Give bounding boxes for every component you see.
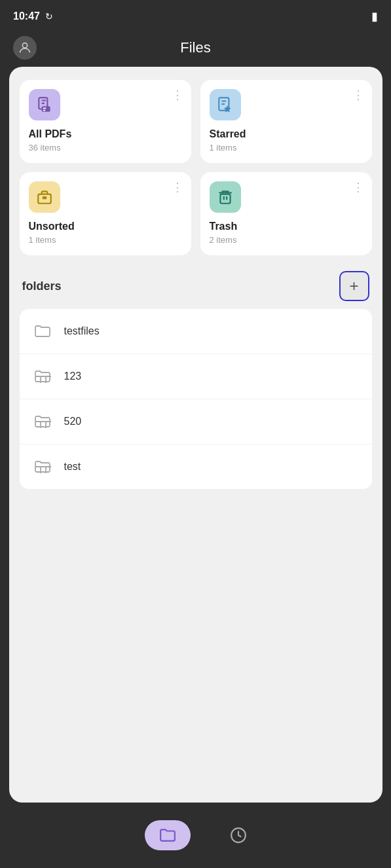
page-title: Files bbox=[180, 39, 210, 56]
card-trash[interactable]: ⋮ Trash 2 items bbox=[200, 172, 372, 255]
folder-name-test: test bbox=[64, 461, 81, 473]
status-bar: 10:47 ↻ ▮ bbox=[0, 0, 391, 33]
card-more-trash[interactable]: ⋮ bbox=[352, 180, 365, 194]
nav-history-button[interactable] bbox=[230, 827, 247, 844]
svg-point-0 bbox=[22, 43, 27, 48]
folder-name-520: 520 bbox=[64, 416, 82, 427]
folder-grid-icon-123 bbox=[31, 365, 55, 388]
folders-list: testfiles 123 bbox=[20, 309, 372, 489]
card-subtitle-trash: 2 items bbox=[210, 235, 363, 245]
folder-item-123[interactable]: 123 bbox=[20, 354, 372, 399]
sync-icon: ↻ bbox=[45, 11, 53, 22]
status-left: 10:47 ↻ bbox=[13, 10, 53, 22]
nav-files-button[interactable] bbox=[145, 820, 191, 850]
card-icon-starred bbox=[210, 89, 241, 120]
svg-marker-4 bbox=[223, 105, 231, 112]
card-icon-all-pdfs bbox=[29, 89, 60, 120]
folders-label: folders bbox=[22, 280, 62, 293]
svg-rect-7 bbox=[220, 194, 230, 204]
folder-empty-icon bbox=[31, 319, 55, 343]
card-title-trash: Trash bbox=[210, 221, 363, 232]
card-title-all-pdfs: All PDFs bbox=[29, 128, 182, 140]
folder-item-test[interactable]: test bbox=[20, 444, 372, 489]
card-more-all-pdfs[interactable]: ⋮ bbox=[172, 88, 185, 102]
bottom-nav bbox=[0, 809, 391, 868]
add-folder-button[interactable]: + bbox=[339, 271, 369, 301]
avatar[interactable] bbox=[13, 36, 37, 60]
card-unsorted[interactable]: ⋮ Unsorted 1 items bbox=[20, 172, 191, 255]
card-icon-trash bbox=[210, 181, 241, 213]
cards-grid: ⋮ All PDFs 36 items ⋮ bbox=[20, 80, 372, 255]
card-more-unsorted[interactable]: ⋮ bbox=[172, 180, 185, 194]
svg-rect-2 bbox=[41, 106, 50, 112]
folder-grid-icon-test bbox=[31, 455, 55, 479]
status-time: 10:47 bbox=[13, 10, 40, 22]
card-starred[interactable]: ⋮ Starred 1 items bbox=[200, 80, 372, 163]
folders-header: folders + bbox=[20, 271, 372, 301]
card-subtitle-starred: 1 items bbox=[210, 143, 363, 153]
app-header: Files bbox=[0, 33, 391, 67]
card-all-pdfs[interactable]: ⋮ All PDFs 36 items bbox=[20, 80, 191, 163]
folder-grid-icon-520 bbox=[31, 410, 55, 433]
folder-name-testfiles: testfiles bbox=[64, 325, 100, 337]
battery-icon: ▮ bbox=[371, 9, 378, 24]
main-content: ⋮ All PDFs 36 items ⋮ bbox=[9, 67, 382, 803]
folder-item-testfiles[interactable]: testfiles bbox=[20, 309, 372, 354]
card-title-unsorted: Unsorted bbox=[29, 221, 182, 232]
folder-item-520[interactable]: 520 bbox=[20, 399, 372, 444]
card-icon-unsorted bbox=[29, 181, 60, 213]
card-subtitle-all-pdfs: 36 items bbox=[29, 143, 182, 153]
card-subtitle-unsorted: 1 items bbox=[29, 235, 182, 245]
card-title-starred: Starred bbox=[210, 128, 363, 140]
card-more-starred[interactable]: ⋮ bbox=[352, 88, 365, 102]
svg-rect-6 bbox=[42, 196, 47, 199]
folder-name-123: 123 bbox=[64, 371, 82, 382]
